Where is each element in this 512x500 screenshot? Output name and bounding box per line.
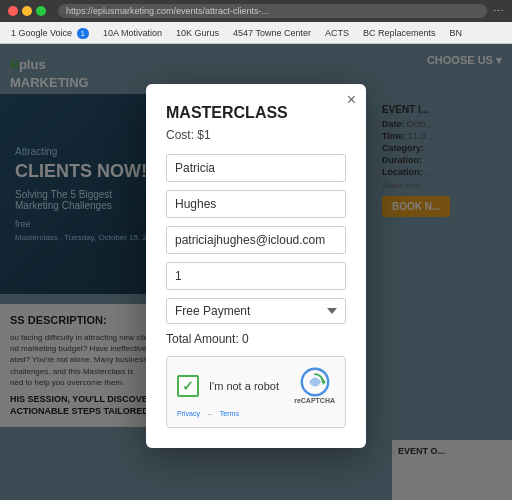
page-background: eplusMARKETING CHOOSE US ▾ Attracting CL… xyxy=(0,44,512,500)
bookmark-10k[interactable]: 10K Gurus xyxy=(171,26,224,40)
payment-select[interactable]: Free Payment Credit Card PayPal xyxy=(166,298,346,324)
total-label: Total Amount: xyxy=(166,332,239,346)
cost-label: Cost: xyxy=(166,128,194,142)
bookmark-label: ACTS xyxy=(325,28,349,38)
recaptcha-widget[interactable]: ✓ I'm not a robot reCAPTCHA xyxy=(166,356,346,428)
bookmark-label: BC Replacements xyxy=(363,28,436,38)
recaptcha-checkmark-icon: ✓ xyxy=(182,378,194,394)
bookmark-4547[interactable]: 4547 Towne Center xyxy=(228,26,316,40)
bookmark-google-voice[interactable]: 1 Google Voice 1 xyxy=(6,26,94,40)
svg-marker-1 xyxy=(322,379,325,385)
recaptcha-logo-area: reCAPTCHA xyxy=(294,367,335,404)
bookmark-bn[interactable]: BN xyxy=(445,26,468,40)
bookmark-label: BN xyxy=(450,28,463,38)
recaptcha-separator: – xyxy=(208,410,212,417)
modal-dialog: × MASTERCLASS Cost: $1 Free Payment Cred… xyxy=(146,84,366,448)
bookmarks-bar: 1 Google Voice 1 10A Motivation 10K Guru… xyxy=(0,22,512,44)
bookmark-label: 4547 Towne Center xyxy=(233,28,311,38)
recaptcha-label: I'm not a robot xyxy=(209,380,284,392)
modal-title: MASTERCLASS xyxy=(166,104,346,122)
url-bar[interactable]: https://eplusmarketing.com/events/attrac… xyxy=(58,4,487,18)
bookmark-label: 10A Motivation xyxy=(103,28,162,38)
cost-value: $1 xyxy=(197,128,210,142)
recaptcha-footer: Privacy – Terms xyxy=(177,410,239,417)
modal-close-button[interactable]: × xyxy=(347,92,356,108)
recaptcha-privacy-link[interactable]: Privacy xyxy=(177,410,200,417)
window-close-icon[interactable] xyxy=(8,6,18,16)
url-text: https://eplusmarketing.com/events/attrac… xyxy=(66,6,269,16)
recaptcha-checkbox[interactable]: ✓ xyxy=(177,375,199,397)
bookmark-acts[interactable]: ACTS xyxy=(320,26,354,40)
bookmark-badge: 1 xyxy=(77,28,89,39)
first-name-input[interactable] xyxy=(166,154,346,182)
window-minimize-icon[interactable] xyxy=(22,6,32,16)
modal-overlay: × MASTERCLASS Cost: $1 Free Payment Cred… xyxy=(0,44,512,500)
bookmark-bc[interactable]: BC Replacements xyxy=(358,26,441,40)
modal-total: Total Amount: 0 xyxy=(166,332,346,346)
total-value: 0 xyxy=(242,332,249,346)
bookmark-10a[interactable]: 10A Motivation xyxy=(98,26,167,40)
window-maximize-icon[interactable] xyxy=(36,6,46,16)
browser-toolbar-icons: ⋯ xyxy=(493,5,504,18)
recaptcha-logo-icon xyxy=(300,367,330,397)
browser-chrome: https://eplusmarketing.com/events/attrac… xyxy=(0,0,512,22)
recaptcha-brand-label: reCAPTCHA xyxy=(294,397,335,404)
recaptcha-terms-link[interactable]: Terms xyxy=(220,410,239,417)
bookmark-label: 1 Google Voice xyxy=(11,28,72,38)
recaptcha-row: ✓ I'm not a robot reCAPTCHA xyxy=(177,367,335,404)
bookmark-label: 10K Gurus xyxy=(176,28,219,38)
email-input[interactable] xyxy=(166,226,346,254)
browser-menu-icon[interactable]: ⋯ xyxy=(493,5,504,18)
quantity-input[interactable] xyxy=(166,262,346,290)
last-name-input[interactable] xyxy=(166,190,346,218)
modal-cost: Cost: $1 xyxy=(166,128,346,142)
